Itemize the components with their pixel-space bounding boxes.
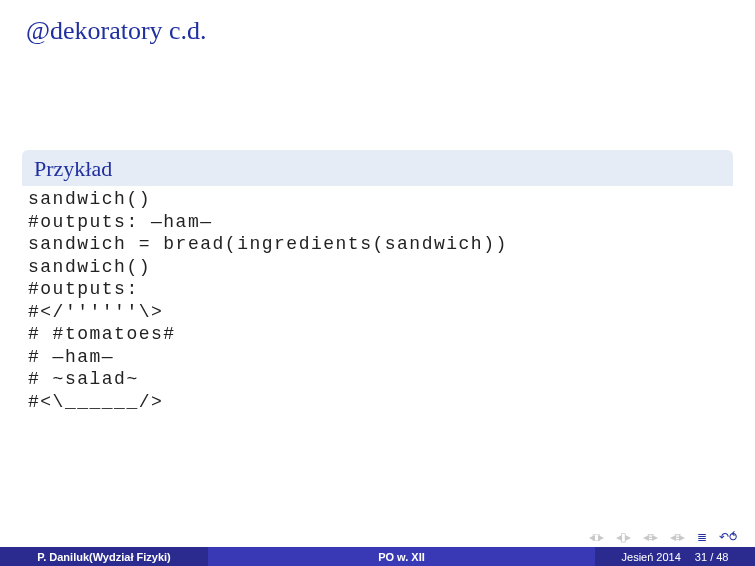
nav-first-icon[interactable]: ◂□▸ bbox=[589, 530, 602, 544]
nav-undo-icon[interactable]: ↶⥀ bbox=[719, 530, 737, 544]
footer-right: Jesień 2014 31 / 48 bbox=[595, 547, 755, 566]
slide: @dekoratory c.d. Przykład sandwich() #ou… bbox=[0, 0, 755, 566]
code-block: sandwich() #outputs: —ham— sandwich = br… bbox=[22, 186, 733, 417]
example-heading: Przykład bbox=[22, 150, 733, 186]
footer-author: P. Daniluk(Wydział Fizyki) bbox=[0, 547, 208, 566]
nav-goto-icon[interactable]: ≣ bbox=[697, 530, 705, 544]
footer: P. Daniluk(Wydział Fizyki) PO w. XII Jes… bbox=[0, 547, 755, 566]
footer-title: PO w. XII bbox=[208, 547, 595, 566]
footer-date: Jesień 2014 bbox=[622, 551, 681, 563]
footer-page: 31 / 48 bbox=[695, 551, 729, 563]
nav-controls: ◂□▸ ◂▯▸ ◂≡▸ ◂≡▸ ≣ ↶⥀ bbox=[589, 530, 737, 544]
example-block: Przykład sandwich() #outputs: —ham— sand… bbox=[22, 150, 733, 417]
nav-next-icon[interactable]: ◂≡▸ bbox=[670, 530, 683, 544]
nav-prev-section-icon[interactable]: ◂▯▸ bbox=[616, 530, 629, 544]
slide-title: @dekoratory c.d. bbox=[26, 16, 207, 46]
nav-prev-icon[interactable]: ◂≡▸ bbox=[643, 530, 656, 544]
